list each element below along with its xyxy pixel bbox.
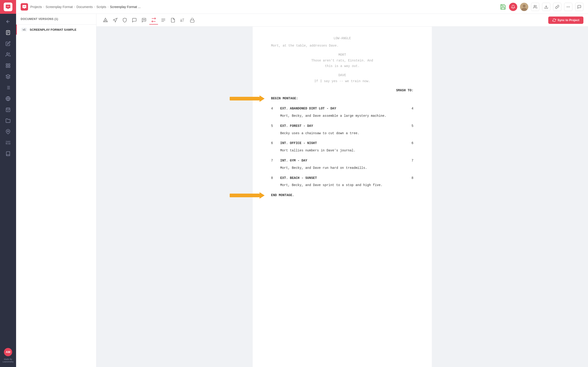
body-area: DOCUMENT VERSIONS (1) v1 SCREENPLAY FORM… (16, 14, 588, 367)
toolbar-sort-icon[interactable] (178, 16, 187, 25)
svg-rect-60 (190, 20, 194, 22)
toolbar-align-icon[interactable] (159, 16, 168, 25)
toolbar-megaphone-icon[interactable] (111, 16, 120, 25)
more-icon-btn[interactable] (564, 3, 572, 11)
sidebar-nav-calendar[interactable] (3, 105, 13, 115)
sidebar-bottom: AM Made By Leanometry (2, 344, 14, 367)
svg-rect-10 (6, 66, 8, 67)
svg-point-37 (25, 6, 26, 7)
doc-sidebar-header: DOCUMENT VERSIONS (1) (16, 14, 96, 25)
breadcrumb: Projects › Screenplay Format › Documents… (21, 3, 141, 10)
doc-sidebar: DOCUMENT VERSIONS (1) v1 SCREENPLAY FORM… (16, 14, 96, 367)
character-mort: MORT (271, 52, 414, 58)
montage-begin-label: BEGIN MONTAGE: (271, 96, 414, 101)
scene-number-left: 5 (271, 123, 280, 129)
sidebar-nav-back[interactable] (3, 17, 13, 27)
scene-row: 6 INT. OFFICE - NIGHT 6 Mort tallies num… (271, 141, 414, 153)
export-icon-btn[interactable] (542, 3, 550, 11)
toolbar-right: Sync to Project (548, 17, 583, 24)
link-icon-btn[interactable] (553, 3, 561, 11)
sidebar-nav (3, 14, 13, 344)
toolbar-bubble-icon[interactable] (130, 16, 139, 25)
toolbar-shield-icon[interactable] (120, 16, 129, 25)
sidebar-nav-folder[interactable] (3, 116, 13, 126)
svg-point-25 (7, 131, 9, 132)
arrow-begin-montage (230, 95, 265, 102)
breadcrumb-sep-1: › (43, 5, 44, 8)
toolbar-chat-icon[interactable] (140, 16, 148, 25)
scene-number-right: 4 (404, 106, 414, 111)
scene-action: Mort, Becky, and Dave sprint to a stop a… (271, 183, 414, 188)
scene-action: Becky uses a chainsaw to cut down a tree… (271, 131, 414, 136)
scene-number-right: 5 (404, 123, 414, 129)
sync-button[interactable]: Sync to Project (548, 17, 583, 24)
sidebar-nav-globe[interactable] (3, 94, 13, 104)
sidebar-nav-document[interactable] (3, 27, 13, 38)
script-page: LOW-ANGLE Mort, at the table, addresses … (253, 27, 432, 367)
svg-point-44 (567, 6, 567, 7)
left-sidebar: AM Made By Leanometry (0, 0, 16, 367)
svg-point-45 (568, 6, 569, 7)
breadcrumb-current: Screenplay Format ... (110, 5, 141, 9)
dialogue-dave: If I say yes -- we train now. (296, 79, 388, 84)
svg-rect-9 (9, 64, 10, 65)
scene-number-right: 6 (404, 141, 414, 146)
action-addresses-dave: Mort, at the table, addresses Dave. (271, 43, 414, 49)
scene-row: 5 EXT. FOREST - DAY 5 Becky uses a chain… (271, 123, 414, 136)
svg-rect-8 (6, 64, 8, 65)
svg-rect-21 (6, 108, 10, 112)
svg-point-0 (7, 6, 8, 7)
breadcrumb-sep-4: › (107, 5, 108, 8)
main-content: Projects › Screenplay Format › Documents… (16, 0, 588, 367)
people-icon-btn[interactable] (531, 3, 539, 11)
svg-point-2 (9, 6, 9, 7)
breadcrumb-scripts[interactable]: Scripts (96, 5, 106, 9)
app-logo (4, 2, 12, 11)
sidebar-nav-location[interactable] (3, 127, 13, 137)
editor-toolbar: Sync to Project (96, 14, 588, 27)
header-right (500, 3, 583, 11)
sidebar-nav-grid[interactable] (3, 60, 13, 71)
chat-icon-btn[interactable] (575, 3, 583, 11)
sidebar-nav-settings[interactable] (3, 138, 13, 148)
svg-point-46 (569, 6, 570, 7)
scene-row: 7 INT. GYM - DAY 7 Mort, Becky, and Dave… (271, 158, 414, 171)
breadcrumb-screenplay-format[interactable]: Screenplay Format (46, 5, 73, 9)
scene-number-left: 7 (271, 158, 280, 164)
notification-icon[interactable] (509, 3, 517, 11)
sidebar-nav-users[interactable] (3, 50, 13, 60)
scene-number-left: 8 (271, 175, 280, 181)
scene-number-left: 4 (271, 106, 280, 111)
scene-rows: 4 EXT. ABANDONED DIRT LOT - DAY 4 Mort, … (271, 106, 414, 188)
script-container[interactable]: LOW-ANGLE Mort, at the table, addresses … (96, 27, 588, 367)
svg-rect-11 (9, 66, 10, 67)
breadcrumb-projects[interactable]: Projects (30, 5, 42, 9)
svg-point-35 (23, 6, 24, 7)
app-logo-area[interactable] (0, 0, 16, 14)
header-avatar[interactable] (520, 3, 528, 11)
breadcrumb-documents[interactable]: Documents (77, 5, 93, 9)
sidebar-nav-layers[interactable] (3, 72, 13, 82)
toolbar-scene-icon[interactable] (101, 16, 110, 25)
scene-action: Mort, Becky, and Dave assemble a large m… (271, 113, 414, 119)
user-avatar-sidebar[interactable]: AM (4, 348, 12, 356)
breadcrumb-sep-3: › (94, 5, 95, 8)
sidebar-nav-edit[interactable] (3, 39, 13, 49)
svg-point-7 (7, 53, 8, 54)
sidebar-nav-list[interactable] (3, 83, 13, 93)
toolbar-lock-icon[interactable] (188, 16, 197, 25)
svg-point-1 (8, 6, 9, 7)
scene-row: 4 EXT. ABANDONED DIRT LOT - DAY 4 Mort, … (271, 106, 414, 119)
version-badge: v1 (21, 28, 27, 31)
svg-point-42 (534, 5, 536, 7)
toolbar-doc-icon[interactable] (169, 16, 177, 25)
toolbar-arrows-icon[interactable] (149, 16, 158, 25)
scene-heading: INT. OFFICE - NIGHT (280, 141, 404, 146)
doc-version-item[interactable]: v1 SCREENPLAY FORMAT SAMPLE (16, 25, 96, 35)
made-by-label: Made By Leanometry (2, 358, 14, 363)
svg-point-40 (523, 5, 526, 7)
scene-heading: EXT. BEACH - SUNSET (280, 175, 404, 181)
scene-number-right: 7 (404, 158, 414, 164)
save-icon-btn[interactable] (500, 4, 506, 10)
sidebar-nav-book[interactable] (3, 149, 13, 159)
